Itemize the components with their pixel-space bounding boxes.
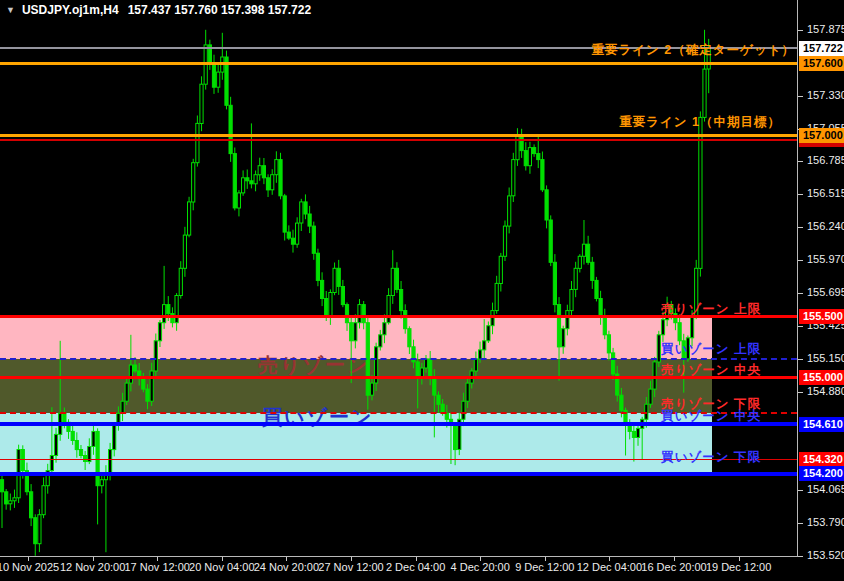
price-badge-buy-zone-lower: 154.320: [799, 452, 844, 467]
price-badge-buy-zone-bottom: 154.200: [799, 466, 844, 481]
y-axis-tick: 155.970: [807, 253, 844, 265]
ohlc-quotes: 157.437 157.760 157.398 157.722: [128, 3, 312, 17]
mt4-chart-window: ▼ USDJPY.oj1m,H4 157.437 157.760 157.398…: [0, 0, 844, 581]
price-badge-sell-zone-upper: 155.500: [799, 309, 844, 324]
sell-zone-center-label: 売りゾーン 中央: [661, 362, 761, 379]
x-axis-label: 2 Dec 04:00: [386, 561, 445, 573]
candle-body: [154, 341, 157, 371]
candle-body: [287, 232, 290, 238]
candle-body: [337, 268, 340, 286]
candle-body: [329, 293, 332, 317]
candle-body: [71, 431, 74, 440]
candle-body: [63, 413, 66, 422]
candle-body: [612, 353, 615, 374]
candle-body: [200, 84, 203, 123]
candle-body: [113, 425, 116, 449]
y-axis-tick: 156.785: [807, 154, 844, 166]
candle-body: [358, 305, 361, 323]
x-axis-label: 27 Nov 12:00: [318, 561, 383, 573]
candle-body: [325, 299, 328, 317]
candle-body: [545, 190, 548, 220]
candle-body: [133, 365, 136, 371]
x-axis-label: 16 Dec 20:00: [641, 561, 706, 573]
buy-zone-upper-line: [0, 358, 797, 360]
candle-body: [503, 226, 506, 256]
candle-body: [250, 181, 253, 184]
candle-body: [30, 492, 33, 518]
candle-body: [424, 359, 427, 368]
candle-body: [433, 377, 436, 395]
candle-body: [607, 335, 610, 353]
y-axis-tick: 153.520: [807, 549, 844, 561]
buy-zone-bottom-line: [0, 472, 797, 476]
candle-body: [254, 175, 257, 184]
candle-body: [192, 163, 195, 202]
candle-body: [333, 268, 336, 292]
candle-body: [271, 175, 274, 190]
candle-body: [258, 166, 261, 175]
candle-body: [167, 305, 170, 314]
candle-body: [0, 480, 3, 492]
candle-body: [13, 498, 16, 501]
candle-body: [233, 154, 236, 208]
candle-body: [38, 515, 41, 544]
chart-plot-area[interactable]: 売りゾーン買いゾーン重要ライン 2（確定ターゲット）重要ライン 1（中期目標）売…: [0, 0, 798, 557]
major-line-1-label: 重要ライン 1（中期目標）: [619, 114, 781, 131]
candle-body: [125, 383, 128, 401]
y-axis-tick-mark: [798, 359, 803, 360]
candle-body: [582, 244, 585, 256]
candle-body: [262, 166, 265, 178]
candle-body: [391, 268, 394, 295]
candle-body: [183, 235, 186, 268]
y-axis-tick: 154.065: [807, 483, 844, 495]
y-axis-tick-mark: [798, 523, 803, 524]
major-line-1-line: [0, 134, 797, 137]
candle-body: [21, 450, 24, 471]
candle-body: [54, 434, 57, 455]
candle-body: [649, 389, 652, 404]
candle-body: [512, 160, 515, 196]
candle-body: [557, 305, 560, 347]
candle-body: [474, 359, 477, 371]
candle-body: [75, 441, 78, 450]
candle-body: [508, 196, 511, 226]
candle-body: [92, 431, 95, 446]
candle-body: [533, 148, 536, 154]
candle-body: [296, 223, 299, 244]
candle-body: [587, 244, 590, 262]
candle-body: [628, 425, 631, 431]
candle-body: [196, 123, 199, 162]
candle-body: [34, 518, 37, 544]
candle-body: [603, 317, 606, 335]
candle-body: [291, 238, 294, 244]
candle-body: [591, 262, 594, 280]
candle-body: [142, 377, 145, 389]
buy-zone-lower-label: 買いゾーン 下限: [661, 449, 761, 466]
candle-body: [661, 320, 664, 335]
candle-body: [383, 323, 386, 335]
symbol-title: USDJPY.oj1m,H4: [22, 3, 119, 17]
candle-body: [158, 323, 161, 341]
red-line-under-target1-line: [0, 139, 797, 141]
candle-body: [541, 160, 544, 190]
candle-body: [179, 268, 182, 295]
candle-body: [350, 323, 353, 341]
candle-body: [362, 305, 365, 323]
price-badge-buy-zone-center: 154.610: [799, 417, 844, 432]
y-axis-tick-mark: [798, 556, 803, 557]
candle-body: [599, 299, 602, 317]
x-axis-label: 10 Nov 2025: [0, 561, 59, 573]
candle-body: [354, 323, 357, 341]
y-axis-tick: 157.330: [807, 89, 844, 101]
candle-body: [528, 148, 531, 166]
candle-body: [266, 178, 269, 190]
price-badge-major-line-1: 157.000: [799, 128, 844, 143]
symbol-dropdown-icon: ▼: [6, 5, 15, 15]
candle-body: [491, 311, 494, 326]
x-axis-label: 20 Nov 04:00: [189, 561, 254, 573]
candle-body: [495, 283, 498, 310]
candle-body: [275, 160, 278, 175]
price-badge-sell-zone-center: 155.000: [799, 370, 844, 385]
candle-body: [163, 305, 166, 323]
x-axis-label: 12 Nov 20:00: [60, 561, 125, 573]
